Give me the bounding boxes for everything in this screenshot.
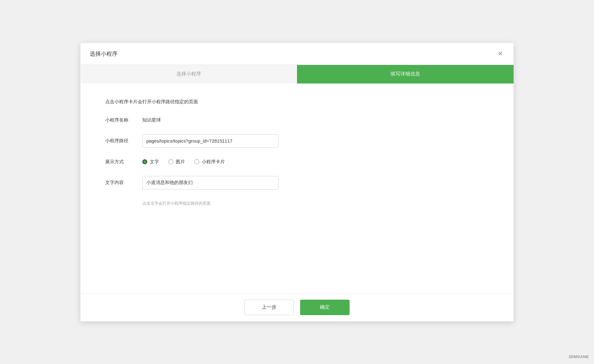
- path-input[interactable]: [142, 134, 278, 148]
- radio-text[interactable]: 文字: [142, 159, 159, 165]
- content-row: 文字内容: [105, 176, 489, 190]
- name-label: 小程序名称: [105, 117, 142, 123]
- dialog-header: 选择小程序 ✕: [80, 43, 514, 65]
- display-radio-group: 文字 图片 小程序卡片: [142, 159, 225, 165]
- radio-card-label: 小程序卡片: [202, 159, 225, 165]
- close-icon[interactable]: ✕: [496, 49, 504, 58]
- name-row: 小程序名称 知识星球: [105, 117, 489, 123]
- dialog-title: 选择小程序: [90, 50, 118, 58]
- back-button[interactable]: 上一步: [244, 300, 294, 315]
- display-row: 展示方式 文字 图片 小程序卡片: [105, 159, 489, 165]
- display-label: 展示方式: [105, 159, 142, 165]
- name-value: 知识星球: [142, 117, 161, 123]
- steps-bar: 选择小程序 填写详细信息: [80, 65, 514, 84]
- confirm-button[interactable]: 确定: [300, 300, 350, 315]
- radio-card[interactable]: 小程序卡片: [194, 159, 225, 165]
- radio-text-input[interactable]: [142, 159, 147, 164]
- radio-text-label: 文字: [150, 159, 159, 165]
- content-input[interactable]: [142, 176, 278, 190]
- path-label: 小程序路径: [105, 138, 142, 144]
- main-dialog: 选择小程序 ✕ 选择小程序 填写详细信息 点击小程序卡片会打开小程序路径指定的页…: [80, 43, 514, 321]
- radio-image-input[interactable]: [168, 159, 173, 164]
- dialog-body: 点击小程序卡片会打开小程序路径指定的页面 小程序名称 知识星球 小程序路径 展示…: [80, 84, 514, 293]
- radio-card-input[interactable]: [194, 159, 199, 164]
- step-detail-label: 填写详细信息: [390, 71, 420, 77]
- radio-image[interactable]: 图片: [168, 159, 185, 165]
- corner-logo: 3DMGAME: [569, 354, 589, 359]
- step-select-label: 选择小程序: [176, 71, 201, 77]
- content-label: 文字内容: [105, 180, 142, 186]
- content-hint: 点击文字会打开小程序指定路径的页面: [142, 201, 489, 206]
- step-detail[interactable]: 填写详细信息: [297, 65, 514, 84]
- form-hint: 点击小程序卡片会打开小程序路径指定的页面: [105, 99, 489, 105]
- dialog-footer: 上一步 确定: [80, 293, 514, 321]
- path-row: 小程序路径: [105, 134, 489, 148]
- step-select[interactable]: 选择小程序: [80, 65, 297, 84]
- radio-image-label: 图片: [176, 159, 185, 165]
